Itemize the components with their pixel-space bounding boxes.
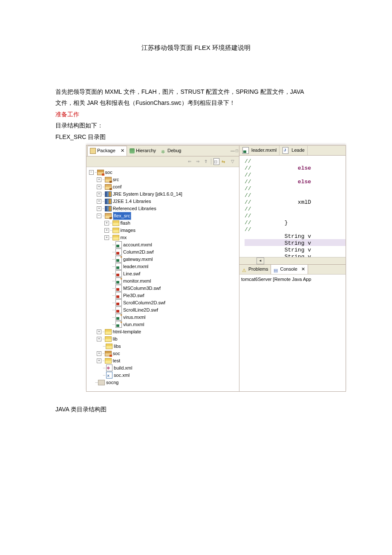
tree-node-mx[interactable]: mx xyxy=(121,234,127,242)
folder-icon xyxy=(106,344,112,349)
tree-node-j2ee[interactable]: J2EE 1.4 Libraries xyxy=(113,198,151,205)
expander-icon[interactable]: + xyxy=(97,199,101,204)
expander-icon[interactable]: − xyxy=(97,214,101,218)
tab-console[interactable]: ▤Console ✕ xyxy=(271,265,308,274)
link-icon[interactable]: ⇆ xyxy=(222,159,228,165)
scroll-left-icon[interactable]: ◄ xyxy=(257,257,264,264)
expander-icon[interactable]: + xyxy=(97,337,101,341)
expander-icon[interactable]: + xyxy=(97,206,101,211)
package-explorer-pane: Package ✕ Hierarchy ✲Debug —□ ⇐ ⇒ ⇮ ⊟ ⇆ … xyxy=(86,146,239,391)
tree-node-html-template[interactable]: html-template xyxy=(113,328,141,336)
expander-icon[interactable]: + xyxy=(104,221,109,225)
ant-file-icon xyxy=(106,364,112,371)
tree-node-libs[interactable]: libs xyxy=(114,343,121,350)
swf-file-icon xyxy=(115,292,122,299)
collapse-icon[interactable]: ⊟ xyxy=(213,159,219,165)
tree-node-socng[interactable]: socng xyxy=(106,379,118,387)
tree-node-column2d[interactable]: Column2D.swf xyxy=(123,249,154,256)
expander-icon[interactable]: − xyxy=(89,170,94,175)
tree-node-monitor[interactable]: monitor.mxml xyxy=(123,278,151,285)
forward-icon[interactable]: ⇒ xyxy=(195,159,201,165)
tree-node-socfolder[interactable]: soc xyxy=(113,350,120,358)
tree-node-scrollline2d[interactable]: ScrollLine2D.swf xyxy=(123,306,158,314)
tree-node-images[interactable]: images xyxy=(121,227,135,234)
tree-node-line[interactable]: Line.swf xyxy=(123,270,140,278)
mxml-app-icon xyxy=(115,278,122,284)
tree-node-conf[interactable]: conf xyxy=(113,183,122,191)
flex-src-label: FLEX_SRC 目录图 xyxy=(55,132,337,142)
problems-icon: ⚠ xyxy=(242,267,247,272)
java-dir-label: JAVA 类目录结构图 xyxy=(55,405,337,414)
tree-node-scrollcolumn2d[interactable]: ScrollColumn2D.swf xyxy=(123,299,165,307)
tree-node-jre[interactable]: JRE System Library [jdk1.6.0_14] xyxy=(113,191,182,198)
bottom-tabbar: ⚠Problems ▤Console ✕ xyxy=(239,264,346,274)
expander-icon[interactable]: + xyxy=(104,228,109,233)
tab-hierarchy[interactable]: Hierarchy xyxy=(127,146,159,156)
tree-node-leader[interactable]: leader.mxml xyxy=(123,263,148,271)
doc-title: 江苏移动领导页面 FLEX 环境搭建说明 xyxy=(55,43,337,53)
intro-line-2: 文件，相关 JAR 包和报表包（FusionChars.swc）考到相应目录下！ xyxy=(55,98,337,107)
menu-icon[interactable]: ▽ xyxy=(230,159,236,165)
folder-icon xyxy=(105,336,112,342)
source-folder-icon xyxy=(105,184,112,190)
tree-node-src[interactable]: src xyxy=(113,176,119,184)
expander-icon[interactable]: + xyxy=(97,351,101,356)
explorer-toolbar: ⇐ ⇒ ⇮ ⊟ ⇆ ▽ xyxy=(86,156,239,167)
tree-node-lib[interactable]: lib xyxy=(113,335,118,343)
console-status: tomcat6Server [Remote Java App xyxy=(239,274,346,285)
tree-node-pie3d[interactable]: Pie3D.swf xyxy=(123,292,144,300)
expander-icon[interactable]: + xyxy=(97,185,101,189)
mxml-app-icon xyxy=(115,314,122,321)
tree-node-mscolumn3d[interactable]: MSColumn3D.swf xyxy=(123,285,161,292)
tree-node-virus[interactable]: virus.mxml xyxy=(123,314,146,321)
tree-node-ref[interactable]: Referenced Libraries xyxy=(113,205,156,213)
expander-icon[interactable]: + xyxy=(97,177,101,182)
tree-node-flash[interactable]: flash xyxy=(121,220,130,227)
tree-node-soc[interactable]: soc xyxy=(105,169,112,176)
tree-node-gateway[interactable]: gateway.mxml xyxy=(123,256,153,263)
maximize-icon[interactable]: □ xyxy=(236,147,238,154)
tree-node-socxml[interactable]: soc.xml xyxy=(114,372,130,379)
mxml-file-icon xyxy=(242,147,249,154)
expander-icon[interactable]: + xyxy=(104,235,109,240)
horizontal-scrollbar[interactable]: ◄ xyxy=(239,257,346,264)
project-icon xyxy=(97,170,104,175)
minimize-icon[interactable]: — xyxy=(231,147,235,154)
closed-project-icon xyxy=(98,380,105,385)
folder-icon xyxy=(112,220,119,226)
swf-file-icon xyxy=(115,270,122,277)
close-icon[interactable]: ✕ xyxy=(301,266,305,273)
folder-icon xyxy=(105,351,112,356)
up-icon[interactable]: ⇮ xyxy=(203,159,209,165)
project-tree[interactable]: −···soc +···src +···conf +···JRE System … xyxy=(86,167,239,391)
swf-file-icon xyxy=(115,306,122,313)
folder-icon xyxy=(105,329,112,335)
expander-icon[interactable]: + xyxy=(97,358,101,363)
expander-icon[interactable]: + xyxy=(97,330,101,334)
swf-file-icon xyxy=(115,249,122,255)
tree-node-vlun[interactable]: vlun.mxml xyxy=(123,321,144,329)
back-icon[interactable]: ⇐ xyxy=(187,159,193,165)
tree-node-account[interactable]: account.mxml xyxy=(123,241,152,249)
folder-icon xyxy=(112,235,119,240)
tab-package[interactable]: Package ✕ xyxy=(87,146,127,156)
swf-file-icon xyxy=(115,299,122,306)
code-editor[interactable]: // // else // // else // // // xmlD // /… xyxy=(239,156,346,264)
view-tabbar: Package ✕ Hierarchy ✲Debug —□ xyxy=(86,146,239,156)
package-icon xyxy=(90,148,96,154)
expander-icon[interactable]: + xyxy=(97,192,101,197)
tree-node-test[interactable]: test xyxy=(113,357,121,365)
editor-tab-leade[interactable]: Leade xyxy=(280,146,308,155)
tree-node-flexsrc-selected[interactable]: flex_src xyxy=(113,212,132,220)
xml-file-icon xyxy=(106,372,112,379)
mxml-file-icon xyxy=(115,263,122,270)
source-folder-icon xyxy=(105,177,112,182)
bug-icon: ✲ xyxy=(161,148,166,153)
tab-debug[interactable]: ✲Debug xyxy=(159,146,184,156)
tab-problems[interactable]: ⚠Problems xyxy=(239,265,271,274)
prep-label: 准备工作 xyxy=(55,110,337,119)
library-icon xyxy=(105,199,112,204)
editor-tab-leader[interactable]: leader.mxml xyxy=(239,146,280,155)
close-icon[interactable]: ✕ xyxy=(121,147,124,155)
tree-node-build[interactable]: build.xml xyxy=(114,364,132,372)
